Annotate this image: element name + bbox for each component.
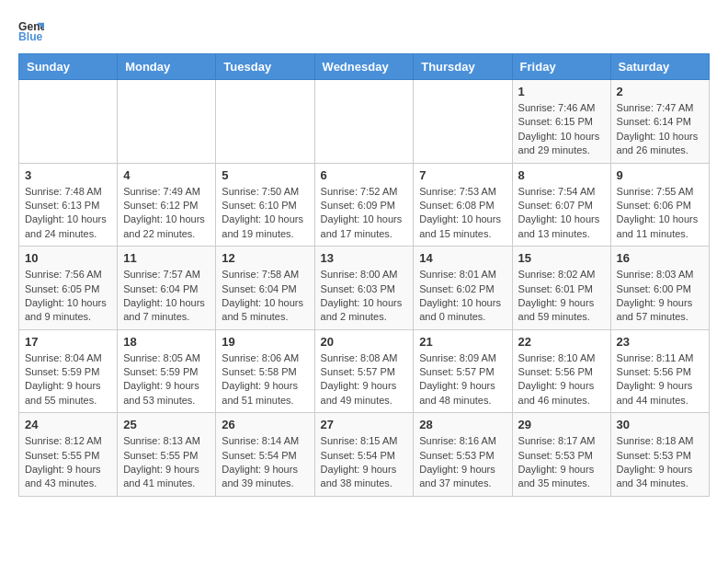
calendar-cell: 11Sunrise: 7:57 AM Sunset: 6:04 PM Dayli… xyxy=(118,247,216,330)
day-number: 26 xyxy=(222,418,308,431)
day-number: 6 xyxy=(321,168,408,182)
weekday-header-tuesday: Tuesday xyxy=(216,54,314,80)
svg-text:Blue: Blue xyxy=(18,30,43,43)
calendar-cell: 12Sunrise: 7:58 AM Sunset: 6:04 PM Dayli… xyxy=(216,247,314,330)
weekday-header-monday: Monday xyxy=(118,54,216,80)
day-info: Sunrise: 8:18 AM Sunset: 5:53 PM Dayligh… xyxy=(617,434,703,491)
day-number: 22 xyxy=(518,335,605,349)
day-info: Sunrise: 7:57 AM Sunset: 6:04 PM Dayligh… xyxy=(123,268,210,325)
calendar-cell: 1Sunrise: 7:46 AM Sunset: 6:15 PM Daylig… xyxy=(512,80,610,164)
day-info: Sunrise: 8:11 AM Sunset: 5:56 PM Dayligh… xyxy=(617,351,703,408)
day-info: Sunrise: 8:02 AM Sunset: 6:01 PM Dayligh… xyxy=(518,268,605,325)
day-info: Sunrise: 8:13 AM Sunset: 5:55 PM Dayligh… xyxy=(123,434,210,491)
calendar-cell xyxy=(414,80,512,164)
day-number: 8 xyxy=(518,168,605,182)
page-header: General Blue xyxy=(18,18,710,44)
calendar-cell: 10Sunrise: 7:56 AM Sunset: 6:05 PM Dayli… xyxy=(19,247,118,330)
day-info: Sunrise: 7:52 AM Sunset: 6:09 PM Dayligh… xyxy=(321,185,408,242)
day-info: Sunrise: 8:12 AM Sunset: 5:55 PM Dayligh… xyxy=(25,434,111,491)
day-info: Sunrise: 7:46 AM Sunset: 6:15 PM Dayligh… xyxy=(518,101,605,158)
calendar-cell: 15Sunrise: 8:02 AM Sunset: 6:01 PM Dayli… xyxy=(512,247,610,330)
calendar-cell xyxy=(19,80,118,164)
day-number: 3 xyxy=(25,168,111,182)
calendar-table: SundayMondayTuesdayWednesdayThursdayFrid… xyxy=(18,53,710,497)
day-number: 30 xyxy=(617,418,703,431)
calendar-cell: 3Sunrise: 7:48 AM Sunset: 6:13 PM Daylig… xyxy=(19,163,118,247)
calendar-cell: 7Sunrise: 7:53 AM Sunset: 6:08 PM Daylig… xyxy=(414,163,512,247)
day-info: Sunrise: 8:17 AM Sunset: 5:53 PM Dayligh… xyxy=(518,434,605,491)
day-info: Sunrise: 7:58 AM Sunset: 6:04 PM Dayligh… xyxy=(222,268,308,325)
day-info: Sunrise: 7:53 AM Sunset: 6:08 PM Dayligh… xyxy=(419,185,506,242)
day-info: Sunrise: 7:56 AM Sunset: 6:05 PM Dayligh… xyxy=(25,268,111,325)
day-info: Sunrise: 8:06 AM Sunset: 5:58 PM Dayligh… xyxy=(222,351,308,408)
day-info: Sunrise: 8:00 AM Sunset: 6:03 PM Dayligh… xyxy=(321,268,408,325)
day-info: Sunrise: 7:54 AM Sunset: 6:07 PM Dayligh… xyxy=(518,185,605,242)
calendar-header-row: SundayMondayTuesdayWednesdayThursdayFrid… xyxy=(19,54,710,80)
day-number: 7 xyxy=(419,168,506,182)
day-number: 20 xyxy=(321,335,408,349)
calendar-cell: 17Sunrise: 8:04 AM Sunset: 5:59 PM Dayli… xyxy=(19,329,118,413)
calendar-cell: 19Sunrise: 8:06 AM Sunset: 5:58 PM Dayli… xyxy=(216,329,314,413)
day-number: 12 xyxy=(222,251,308,265)
day-number: 11 xyxy=(123,251,210,265)
day-info: Sunrise: 8:05 AM Sunset: 5:59 PM Dayligh… xyxy=(123,351,210,408)
calendar-cell: 5Sunrise: 7:50 AM Sunset: 6:10 PM Daylig… xyxy=(216,163,314,247)
calendar-cell: 2Sunrise: 7:47 AM Sunset: 6:14 PM Daylig… xyxy=(610,80,709,164)
calendar-cell: 25Sunrise: 8:13 AM Sunset: 5:55 PM Dayli… xyxy=(118,413,216,497)
day-number: 21 xyxy=(419,335,506,349)
weekday-header-thursday: Thursday xyxy=(414,54,512,80)
day-number: 2 xyxy=(617,85,703,98)
day-number: 16 xyxy=(617,251,703,265)
calendar-cell xyxy=(314,80,414,164)
logo-icon: General Blue xyxy=(18,18,44,44)
calendar-week-row: 3Sunrise: 7:48 AM Sunset: 6:13 PM Daylig… xyxy=(19,163,710,247)
day-number: 1 xyxy=(518,85,605,98)
day-number: 10 xyxy=(25,251,111,265)
calendar-cell: 23Sunrise: 8:11 AM Sunset: 5:56 PM Dayli… xyxy=(610,329,709,413)
calendar-cell: 29Sunrise: 8:17 AM Sunset: 5:53 PM Dayli… xyxy=(512,413,610,497)
day-info: Sunrise: 7:48 AM Sunset: 6:13 PM Dayligh… xyxy=(25,185,111,242)
calendar-cell: 27Sunrise: 8:15 AM Sunset: 5:54 PM Dayli… xyxy=(314,413,414,497)
day-info: Sunrise: 8:04 AM Sunset: 5:59 PM Dayligh… xyxy=(25,351,111,408)
calendar-cell xyxy=(118,80,216,164)
day-number: 5 xyxy=(222,168,308,182)
calendar-cell: 28Sunrise: 8:16 AM Sunset: 5:53 PM Dayli… xyxy=(414,413,512,497)
weekday-header-sunday: Sunday xyxy=(19,54,118,80)
calendar-cell: 30Sunrise: 8:18 AM Sunset: 5:53 PM Dayli… xyxy=(610,413,709,497)
day-info: Sunrise: 7:47 AM Sunset: 6:14 PM Dayligh… xyxy=(617,101,703,158)
day-number: 17 xyxy=(25,335,111,349)
day-number: 29 xyxy=(518,418,605,431)
calendar-cell: 16Sunrise: 8:03 AM Sunset: 6:00 PM Dayli… xyxy=(610,247,709,330)
day-number: 28 xyxy=(419,418,506,431)
day-number: 18 xyxy=(123,335,210,349)
calendar-cell xyxy=(216,80,314,164)
calendar-cell: 20Sunrise: 8:08 AM Sunset: 5:57 PM Dayli… xyxy=(314,329,414,413)
day-number: 19 xyxy=(222,335,308,349)
calendar-cell: 24Sunrise: 8:12 AM Sunset: 5:55 PM Dayli… xyxy=(19,413,118,497)
calendar-week-row: 17Sunrise: 8:04 AM Sunset: 5:59 PM Dayli… xyxy=(19,329,710,413)
calendar-cell: 26Sunrise: 8:14 AM Sunset: 5:54 PM Dayli… xyxy=(216,413,314,497)
calendar-week-row: 24Sunrise: 8:12 AM Sunset: 5:55 PM Dayli… xyxy=(19,413,710,497)
calendar-cell: 14Sunrise: 8:01 AM Sunset: 6:02 PM Dayli… xyxy=(414,247,512,330)
calendar-cell: 8Sunrise: 7:54 AM Sunset: 6:07 PM Daylig… xyxy=(512,163,610,247)
calendar-cell: 22Sunrise: 8:10 AM Sunset: 5:56 PM Dayli… xyxy=(512,329,610,413)
calendar-week-row: 1Sunrise: 7:46 AM Sunset: 6:15 PM Daylig… xyxy=(19,80,710,164)
day-number: 24 xyxy=(25,418,111,431)
day-number: 15 xyxy=(518,251,605,265)
day-info: Sunrise: 8:08 AM Sunset: 5:57 PM Dayligh… xyxy=(321,351,408,408)
day-number: 23 xyxy=(617,335,703,349)
weekday-header-saturday: Saturday xyxy=(610,54,709,80)
day-info: Sunrise: 7:55 AM Sunset: 6:06 PM Dayligh… xyxy=(617,185,703,242)
calendar-cell: 13Sunrise: 8:00 AM Sunset: 6:03 PM Dayli… xyxy=(314,247,414,330)
calendar-cell: 6Sunrise: 7:52 AM Sunset: 6:09 PM Daylig… xyxy=(314,163,414,247)
weekday-header-friday: Friday xyxy=(512,54,610,80)
day-info: Sunrise: 8:16 AM Sunset: 5:53 PM Dayligh… xyxy=(419,434,506,491)
day-number: 13 xyxy=(321,251,408,265)
calendar-week-row: 10Sunrise: 7:56 AM Sunset: 6:05 PM Dayli… xyxy=(19,247,710,330)
calendar-cell: 4Sunrise: 7:49 AM Sunset: 6:12 PM Daylig… xyxy=(118,163,216,247)
day-info: Sunrise: 7:49 AM Sunset: 6:12 PM Dayligh… xyxy=(123,185,210,242)
day-info: Sunrise: 8:09 AM Sunset: 5:57 PM Dayligh… xyxy=(419,351,506,408)
day-info: Sunrise: 8:14 AM Sunset: 5:54 PM Dayligh… xyxy=(222,434,308,491)
day-info: Sunrise: 8:10 AM Sunset: 5:56 PM Dayligh… xyxy=(518,351,605,408)
weekday-header-wednesday: Wednesday xyxy=(314,54,414,80)
